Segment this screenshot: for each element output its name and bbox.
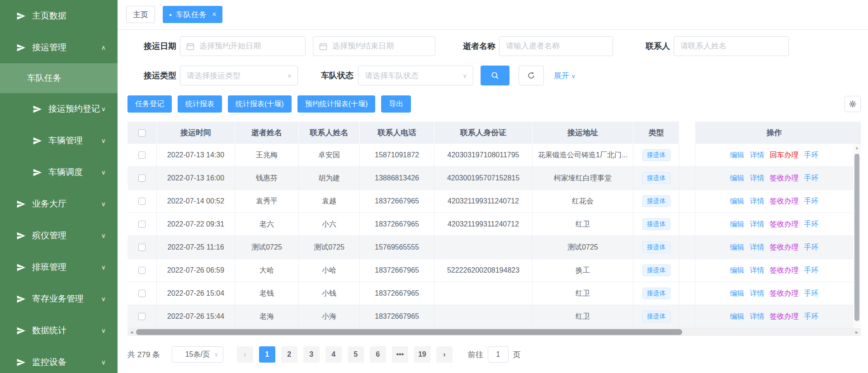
page-button-6[interactable]: 6 [370,346,386,363]
edit-link[interactable]: 编辑 [730,243,745,252]
expand-link[interactable]: 展开 ∨ [554,71,576,81]
search-button[interactable] [481,66,509,85]
edit-link[interactable]: 编辑 [730,197,745,206]
sign-handle-link[interactable]: 签收办理 [770,289,799,298]
detail-link[interactable]: 详情 [750,174,764,183]
edit-link[interactable]: 编辑 [730,312,745,321]
sidebar-item-shift-management[interactable]: 排班管理 ∨ [0,251,118,283]
sign-handle-link[interactable]: 签收办理 [770,266,799,275]
wristband-link[interactable]: 手环 [804,266,819,275]
goto-page-input[interactable] [488,346,509,363]
page-button-4[interactable]: 4 [326,346,342,363]
content: 接运日期 逝者名称 联系人 接运 [118,30,868,363]
contact-input[interactable] [674,37,788,56]
scroll-up-icon[interactable]: ▲ [853,144,861,150]
close-icon[interactable]: × [212,10,216,19]
end-date-input[interactable] [313,37,435,56]
type-badge: 接遗体 [642,288,670,299]
sidebar-item-home-data[interactable]: 主页数据 [0,0,118,32]
sidebar-item-label: 数据统计 [32,325,66,336]
detail-link[interactable]: 详情 [750,151,764,160]
reservation-stats-report-shiyan-button[interactable]: 预约统计报表(十堰) [297,95,376,113]
sidebar-item-business-hall[interactable]: 业务大厅 ∨ [0,188,118,220]
scroll-right-icon[interactable]: ► [853,330,861,335]
stats-report-button[interactable]: 统计报表 [178,95,222,113]
page-button-5[interactable]: 5 [348,346,364,363]
row-checkbox[interactable] [138,175,146,182]
row-checkbox[interactable] [138,221,146,228]
vertical-scroll-thumb[interactable] [854,154,859,321]
wristband-link[interactable]: 手环 [804,151,819,160]
export-button[interactable]: 导出 [381,95,411,113]
wristband-link[interactable]: 手环 [804,243,819,252]
detail-link[interactable]: 详情 [750,197,764,206]
edit-link[interactable]: 编辑 [730,266,745,275]
detail-link[interactable]: 详情 [750,266,764,275]
cell-time: 2022-07-13 14:30 [157,144,235,166]
transport-type-select[interactable]: 请选择接运类型 ∨ [180,66,298,85]
edit-link[interactable]: 编辑 [730,220,745,229]
wristband-link[interactable]: 手环 [804,174,819,183]
page-size-select[interactable]: 15条/页 ∨ [172,346,223,363]
scroll-left-icon[interactable]: ◄ [127,330,136,335]
sidebar-item-monitoring-devices[interactable]: 监控设备 ∨ [0,346,118,373]
wristband-link[interactable]: 手环 [804,312,819,321]
cell-address: 柯家垭红白理事堂 [533,167,633,189]
sign-handle-link[interactable]: 签收办理 [770,197,799,206]
deceased-name-input[interactable] [500,37,613,56]
tab-label: 主页 [133,9,148,20]
select-all-checkbox[interactable] [138,129,146,137]
sidebar-item-transport-management[interactable]: 接运管理 ∧ [0,32,118,63]
detail-link[interactable]: 详情 [750,312,764,321]
sidebar-item-vehicle-dispatch[interactable]: 车辆调度 ∨ [0,156,118,188]
fleet-status-select[interactable]: 请选择车队状态 ∨ [358,66,473,85]
detail-link[interactable]: 详情 [750,220,764,229]
paper-plane-icon [33,168,42,177]
detail-link[interactable]: 详情 [750,289,764,298]
cell-spacer [679,259,695,282]
next-page-button[interactable]: › [436,346,453,363]
sign-handle-link[interactable]: 签收办理 [770,174,799,183]
wristband-link[interactable]: 手环 [804,289,819,298]
page-ellipsis[interactable]: ••• [392,346,408,363]
sidebar-item-fleet-tasks[interactable]: 车队任务 [0,63,118,93]
sidebar-item-storage-business[interactable]: 寄存业务管理 ∨ [0,283,118,315]
horizontal-scroll-thumb[interactable] [136,329,682,335]
sidebar-item-funeral-management[interactable]: 殡仪管理 ∨ [0,220,118,251]
refresh-button[interactable] [519,66,544,85]
return-handle-link[interactable]: 回车办理 [770,151,799,160]
wristband-link[interactable]: 手环 [804,220,819,229]
row-checkbox[interactable] [138,313,146,320]
row-checkbox[interactable] [138,151,146,159]
page-button-2[interactable]: 2 [281,346,297,363]
edit-link[interactable]: 编辑 [730,289,745,298]
paper-plane-icon [33,136,42,146]
sidebar-item-transport-reservation[interactable]: 接运预约登记 ∨ [0,93,118,125]
paper-plane-icon [16,263,26,272]
detail-link[interactable]: 详情 [750,243,764,252]
prev-page-button[interactable]: ‹ [237,346,253,363]
sign-handle-link[interactable]: 签收办理 [770,243,799,252]
sidebar-item-data-statistics[interactable]: 数据统计 ∨ [0,315,118,346]
horizontal-scrollbar[interactable]: ◄ ► [127,328,861,336]
row-checkbox[interactable] [138,244,146,251]
page-button-19[interactable]: 19 [414,346,430,363]
row-checkbox[interactable] [138,267,146,274]
wristband-link[interactable]: 手环 [804,197,819,206]
vertical-scroll-track[interactable]: ▲ [853,144,861,328]
row-checkbox[interactable] [138,198,146,205]
edit-link[interactable]: 编辑 [730,151,745,160]
tab-fleet-tasks[interactable]: ● 车队任务 × [163,6,222,23]
tab-home[interactable]: 主页 [126,6,155,23]
row-checkbox[interactable] [138,290,146,297]
sidebar-item-vehicle-management[interactable]: 车辆管理 ∨ [0,125,118,156]
table-settings-button[interactable] [844,96,861,112]
sign-handle-link[interactable]: 签收办理 [770,312,799,321]
stats-report-shiyan-button[interactable]: 统计报表(十堰) [228,95,292,113]
page-button-3[interactable]: 3 [303,346,320,363]
edit-link[interactable]: 编辑 [730,174,745,183]
task-register-button[interactable]: 任务登记 [127,95,172,113]
sign-handle-link[interactable]: 签收办理 [770,220,799,229]
page-button-1[interactable]: 1 [259,346,275,363]
start-date-input[interactable] [180,37,305,56]
